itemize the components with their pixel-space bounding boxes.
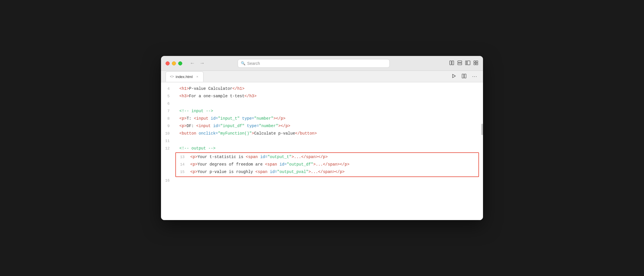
svg-rect-2 [458,61,462,63]
code-line: 8<p>T: <input id="input_t" type="number"… [161,115,483,123]
back-button[interactable]: ← [188,60,197,67]
attr-value-token: "myFunction()" [218,131,252,136]
tag-token: >...</span></p> [292,155,328,159]
tag-token: <h1> [179,86,189,91]
line-number: 14 [176,162,190,168]
scrollbar[interactable] [481,124,483,135]
attr-name-token: id= [270,170,277,174]
text-token: Calculate p-value [254,131,295,136]
tag-token: </h3> [245,94,257,98]
code-line: 15<p>Your p-value is roughly <span id="o… [176,168,478,176]
svg-rect-0 [450,61,451,65]
attr-name-token: id= [260,155,267,159]
tag-token: <p> [190,162,197,167]
attr-name-token: onclick= [199,131,218,136]
app-window: ← → 🔍 Search [161,56,483,220]
run-button[interactable] [450,73,457,81]
svg-rect-5 [467,61,470,65]
tag-token: </h1> [232,86,245,91]
tag-token: <p> [190,170,197,174]
line-content: <p>Your degrees of freedom are <span id=… [190,161,478,168]
tag-token: <p> [179,124,187,128]
line-content [175,177,483,184]
attr-name-token: id= [280,162,287,167]
svg-marker-10 [453,74,455,78]
line-content: <p>Your t-statistic is <span id="output_… [190,154,478,160]
line-number: 6 [161,101,175,107]
line-number: 13 [176,154,190,160]
layout-icon-1[interactable] [449,60,454,67]
line-number: 4 [161,86,175,92]
text-token: Your t-statistic is [197,155,246,159]
svg-rect-11 [462,74,464,78]
code-editor[interactable]: 4<h1>P-value Calculator</h1>5<h3>For a o… [161,82,483,220]
code-line: 13<p>Your t-statistic is <span id="outpu… [176,153,478,161]
line-number: 11 [161,138,175,144]
tabbar: <> index.html × ··· [161,71,483,82]
text-token: For a one-sample t-test [189,94,245,98]
tab-close-button[interactable]: × [195,75,199,79]
highlighted-region: 13<p>Your t-statistic is <span id="outpu… [175,152,479,177]
line-content: <p>T: <input id="input_t" type="number">… [175,115,483,122]
close-button[interactable] [166,61,170,65]
forward-button[interactable]: → [198,60,206,67]
code-line: 9<p>DF: <input id="input_df" type="numbe… [161,123,483,130]
split-view-button[interactable] [461,73,468,81]
line-content: <h3>For a one-sample t-test</h3> [175,93,483,99]
line-number: 12 [161,146,175,152]
comment-token: <!-- output --> [179,146,216,151]
svg-rect-9 [476,63,478,65]
code-line: 16 [161,177,483,184]
svg-rect-3 [458,63,462,65]
tag-token: <span [265,162,279,167]
line-number: 16 [161,178,175,184]
svg-rect-12 [464,74,466,78]
attr-name-token: id= [213,124,220,128]
titlebar: ← → 🔍 Search [161,56,483,71]
line-number: 8 [161,116,175,122]
text-token: Your degrees of freedom are [197,162,265,167]
tag-token: <input [194,116,211,121]
tab-actions: ··· [450,72,478,81]
attr-value-token: "input_t" [218,116,240,121]
line-number: 5 [161,94,175,100]
layout-icon-4[interactable] [473,60,478,67]
search-bar[interactable]: 🔍 Search [238,59,390,68]
text-token: DF: [187,124,196,128]
attr-name-token: type= [242,116,254,121]
tab-file-icon: <> [170,75,174,79]
line-number: 10 [161,131,175,137]
line-content: <h1>P-value Calculator</h1> [175,85,483,92]
more-options-button[interactable]: ··· [471,72,478,81]
line-content: <button onclick="myFunction()">Calculate… [175,130,483,137]
attr-value-token: "output_t" [267,155,292,159]
code-lines: 4<h1>P-value Calculator</h1>5<h3>For a o… [161,82,483,187]
minimize-button[interactable] [172,61,176,65]
code-line: 12<!-- output --> [161,145,483,152]
svg-rect-7 [476,61,478,63]
layout-icon-2[interactable] [457,60,462,67]
tag-token: >...</span></p> [309,170,345,174]
search-placeholder: Search [247,61,260,66]
line-content [175,100,483,107]
line-content: <!-- output --> [175,145,483,151]
attr-value-token: "number" [259,124,278,128]
code-line: 5<h3>For a one-sample t-test</h3> [161,93,483,100]
line-number: 9 [161,123,175,129]
tab-label: index.html [176,75,193,79]
tag-token: <p> [190,155,197,159]
line-content: <p>Your p-value is roughly <span id="out… [190,169,478,175]
tag-token: <input [196,124,213,128]
tag-token: >...</span></p> [313,162,350,167]
svg-rect-6 [474,61,476,63]
svg-rect-4 [465,61,467,65]
tag-token: </button> [295,131,317,136]
attr-value-token: "input_df" [220,124,245,128]
tag-token: <span [255,170,270,174]
text-token: P-value Calculator [189,86,232,91]
maximize-button[interactable] [178,61,182,65]
text-token: Your p-value is roughly [197,170,255,174]
text-token: T: [187,116,194,121]
tab-index-html[interactable]: <> index.html × [166,71,203,82]
layout-icon-3[interactable] [465,60,470,67]
